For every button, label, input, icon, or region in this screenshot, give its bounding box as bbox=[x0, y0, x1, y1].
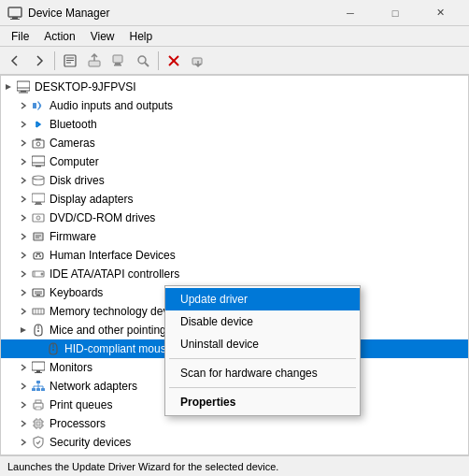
ctx-item-scan-hardware[interactable]: Scan for hardware changes bbox=[165, 362, 360, 384]
expand-arrow[interactable] bbox=[16, 379, 31, 394]
maximize-button[interactable]: □ bbox=[374, 4, 417, 22]
expand-arrow[interactable] bbox=[16, 98, 31, 113]
tree-item-desktop[interactable]: DESKTOP-9JFPVSI bbox=[1, 78, 468, 96]
tree-item-audio[interactable]: Audio inputs and outputs bbox=[1, 96, 468, 115]
toolbar-scan[interactable] bbox=[132, 50, 154, 72]
ctx-item-uninstall-device[interactable]: Uninstall device bbox=[165, 333, 360, 355]
minimize-button[interactable]: ─ bbox=[329, 4, 372, 22]
svg-rect-58 bbox=[35, 372, 42, 373]
expand-arrow[interactable] bbox=[16, 154, 31, 169]
expand-arrow[interactable] bbox=[16, 173, 31, 188]
expand-arrow[interactable] bbox=[16, 229, 31, 244]
expand-arrow[interactable] bbox=[16, 416, 31, 431]
tree-icon-software bbox=[31, 454, 46, 454]
tree-item-dvd[interactable]: DVD/CD-ROM drives bbox=[1, 209, 468, 227]
tree-item-bluetooth[interactable]: Bluetooth bbox=[1, 115, 468, 134]
svg-rect-59 bbox=[36, 381, 40, 383]
tree-icon-firmware bbox=[31, 229, 46, 244]
svg-point-39 bbox=[39, 255, 41, 257]
tree-icon-security bbox=[31, 435, 46, 450]
tree-icon-dvd bbox=[31, 210, 46, 225]
expand-arrow[interactable] bbox=[16, 117, 31, 132]
ctx-separator bbox=[169, 358, 356, 359]
svg-rect-19 bbox=[19, 93, 28, 94]
svg-rect-28 bbox=[32, 194, 45, 202]
menu-action[interactable]: Action bbox=[36, 28, 82, 45]
tree-icon-audio bbox=[31, 98, 46, 113]
svg-point-38 bbox=[36, 255, 37, 257]
tree-item-cameras[interactable]: Cameras bbox=[1, 134, 468, 152]
svg-line-12 bbox=[145, 63, 149, 66]
tree-item-firmware[interactable]: Firmware bbox=[1, 227, 468, 246]
toolbar-properties[interactable] bbox=[59, 50, 81, 72]
toolbar-forward[interactable] bbox=[28, 50, 50, 72]
toolbar-update-driver[interactable] bbox=[83, 50, 106, 72]
ctx-item-update-driver[interactable]: Update driver bbox=[165, 288, 360, 310]
tree-icon-mice bbox=[31, 323, 46, 338]
tree-label-computer: Computer bbox=[50, 155, 99, 168]
svg-rect-47 bbox=[36, 295, 40, 296]
svg-rect-7 bbox=[89, 61, 100, 66]
tree-item-display[interactable]: Display adapters bbox=[1, 190, 468, 209]
expand-arrow[interactable] bbox=[16, 285, 31, 300]
menu-view[interactable]: View bbox=[83, 28, 122, 45]
tree-item-computer[interactable]: Computer bbox=[1, 152, 468, 171]
expand-arrow[interactable] bbox=[1, 79, 16, 94]
expand-arrow[interactable] bbox=[16, 248, 31, 263]
tree-icon-computer bbox=[31, 154, 46, 169]
expand-arrow[interactable] bbox=[16, 192, 31, 207]
expand-arrow[interactable] bbox=[16, 435, 31, 450]
svg-rect-16 bbox=[17, 81, 30, 91]
tree-item-processors[interactable]: Processors bbox=[1, 414, 468, 433]
svg-rect-61 bbox=[36, 388, 40, 391]
svg-rect-24 bbox=[32, 156, 45, 166]
main-content: DESKTOP-9JFPVSIAudio inputs and outputsB… bbox=[0, 75, 469, 455]
tree-icon-network bbox=[31, 379, 46, 394]
toolbar-sep-2 bbox=[158, 51, 159, 70]
close-button[interactable]: ✕ bbox=[419, 4, 462, 22]
ctx-item-disable-device[interactable]: Disable device bbox=[165, 310, 360, 333]
expand-arrow[interactable] bbox=[16, 267, 31, 281]
svg-rect-10 bbox=[114, 65, 121, 66]
tree-icon-cameras bbox=[31, 136, 46, 151]
tree-item-security[interactable]: Security devices bbox=[1, 433, 468, 452]
expand-arrow[interactable] bbox=[16, 323, 31, 338]
menu-file[interactable]: File bbox=[4, 28, 36, 45]
toolbar-uninstall[interactable] bbox=[107, 50, 130, 72]
expand-arrow[interactable] bbox=[16, 360, 31, 375]
status-text: Launches the Update Driver Wizard for th… bbox=[7, 461, 278, 472]
tree-item-ide[interactable]: IDE ATA/ATAPI controllers bbox=[1, 265, 468, 283]
tree-label-processors: Processors bbox=[50, 417, 106, 430]
expand-arrow[interactable] bbox=[16, 397, 31, 412]
tree-icon-hid-mouse bbox=[46, 341, 61, 356]
tree-icon-print bbox=[31, 397, 46, 412]
svg-point-55 bbox=[52, 349, 54, 351]
expand-arrow[interactable] bbox=[16, 210, 31, 225]
toolbar-add-legacy[interactable] bbox=[187, 50, 209, 72]
expand-arrow[interactable] bbox=[16, 136, 31, 151]
svg-rect-30 bbox=[35, 204, 42, 205]
toolbar-remove[interactable] bbox=[163, 50, 185, 72]
tree-label-disk: Disk drives bbox=[50, 174, 105, 187]
tree-label-monitors: Monitors bbox=[50, 361, 92, 374]
tree-label-network: Network adapters bbox=[50, 380, 137, 393]
menu-bar: File Action View Help bbox=[0, 26, 469, 47]
tree-label-security: Security devices bbox=[50, 436, 131, 449]
ctx-item-properties[interactable]: Properties bbox=[165, 391, 360, 413]
svg-rect-56 bbox=[32, 362, 45, 370]
tree-label-ide: IDE ATA/ATAPI controllers bbox=[50, 267, 179, 281]
menu-help[interactable]: Help bbox=[122, 28, 161, 45]
expand-arrow[interactable] bbox=[16, 304, 31, 319]
toolbar bbox=[0, 47, 469, 75]
expand-arrow[interactable] bbox=[16, 454, 31, 454]
svg-rect-69 bbox=[36, 407, 41, 410]
tree-label-hid-mouse: HID-compliant mouse bbox=[64, 342, 172, 355]
svg-rect-40 bbox=[36, 253, 40, 255]
tree-item-software[interactable]: Software devices bbox=[1, 452, 468, 454]
tree-label-print: Print queues bbox=[50, 398, 112, 411]
svg-rect-34 bbox=[34, 233, 43, 240]
toolbar-sep-1 bbox=[54, 51, 55, 70]
tree-item-disk[interactable]: Disk drives bbox=[1, 171, 468, 190]
tree-item-hid[interactable]: Human Interface Devices bbox=[1, 246, 468, 265]
toolbar-back[interactable] bbox=[4, 50, 26, 72]
